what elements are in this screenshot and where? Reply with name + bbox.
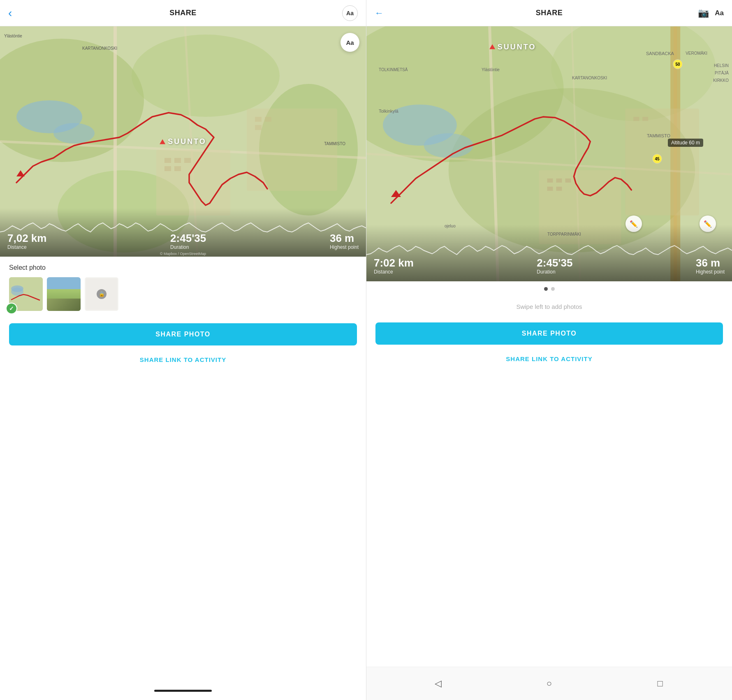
left-top-bar: ‹ SHARE Aa	[0, 0, 366, 26]
right-page-dots	[366, 281, 732, 297]
map-label-tammisto: TAMMISTO	[324, 141, 345, 146]
right-label-veromaki: VEROMÄKI	[686, 51, 707, 56]
left-share-buttons: SHARE PHOTO SHARE LINK TO ACTIVITY	[0, 314, 366, 371]
right-nav-home-button[interactable]: ○	[540, 675, 558, 693]
svg-rect-15	[184, 158, 191, 163]
left-thumb-check-icon	[6, 303, 17, 314]
right-altitude-label: Altitude 60 m	[668, 139, 703, 147]
left-back-button[interactable]: ‹	[8, 7, 12, 19]
svg-rect-41	[556, 187, 562, 191]
svg-rect-39	[565, 178, 571, 183]
right-label-tolkinmetsa: TOLKINMETSÄ	[379, 67, 408, 72]
left-thumb-nature-bg	[47, 277, 81, 311]
svg-rect-14	[174, 158, 181, 163]
right-highway-badge-50: 50	[673, 59, 683, 69]
left-photo-section: Select photo	[0, 257, 366, 314]
right-highest-label: Highest point	[696, 269, 725, 275]
left-waveform	[0, 220, 366, 240]
right-label-kirkko: KIRKKO	[713, 78, 729, 83]
right-back-button[interactable]: ←	[375, 9, 384, 18]
right-label-pitaja: PITÄJÄ	[715, 71, 729, 75]
right-label-ylastontie: Ylästöntie	[482, 67, 500, 72]
svg-rect-42	[633, 117, 639, 121]
right-title: SHARE	[536, 9, 563, 17]
svg-point-3	[132, 35, 280, 117]
map-label-kartanonkoski: KARTANONKOSKI	[82, 46, 117, 51]
right-duration-label: Duration	[537, 269, 572, 275]
right-dot-1	[544, 287, 548, 291]
left-share-link-button[interactable]: SHARE LINK TO ACTIVITY	[9, 353, 357, 366]
right-distance-label: Distance	[374, 269, 414, 275]
left-header-right: Aa	[342, 5, 358, 21]
left-aa-button[interactable]: Aa	[342, 5, 358, 21]
right-label-sandbacka: SANDBACKA	[646, 51, 674, 56]
right-aa-button[interactable]: Aa	[715, 9, 724, 17]
svg-point-10	[53, 123, 95, 144]
left-distance-label: Distance	[7, 244, 46, 250]
right-map-container: SUUNTO SANDBACKA VEROMÄKI TOLKINMETSÄ To…	[366, 26, 732, 281]
right-panel: ← SHARE 📷 Aa	[366, 0, 732, 700]
right-top-bar: ← SHARE 📷 Aa	[366, 0, 732, 26]
left-photo-section-title: Select photo	[9, 264, 357, 271]
svg-rect-36	[625, 109, 699, 216]
left-thumb-blurred[interactable]: 🔒	[85, 277, 118, 311]
right-bottom-nav: ◁ ○ □	[366, 667, 732, 700]
right-dot-2	[551, 287, 555, 291]
left-copyright: © Mapbox / OpenStreetMap	[160, 252, 206, 256]
right-label-tammisto: TAMMISTO	[647, 133, 670, 138]
left-panel: ‹ SHARE Aa	[0, 0, 366, 700]
left-photo-thumbnails: 🔒	[9, 277, 357, 311]
svg-rect-17	[174, 166, 181, 171]
right-label-tolkinkyla: Tolkinkylä	[379, 109, 398, 114]
left-thumb-land	[47, 299, 81, 311]
left-thumb-nature[interactable]	[47, 277, 81, 311]
left-duration-label: Duration	[170, 244, 206, 250]
right-label-helsinki: HELSIN	[714, 63, 729, 68]
svg-rect-43	[642, 117, 648, 121]
left-thumb-disabled-overlay: 🔒	[85, 277, 118, 311]
right-swipe-hint: Swipe left to add photos	[366, 297, 732, 313]
right-waveform	[366, 241, 732, 264]
svg-rect-16	[164, 166, 171, 171]
svg-rect-13	[164, 158, 171, 163]
right-nav-recent-button[interactable]: □	[651, 675, 669, 693]
svg-rect-38	[556, 178, 562, 183]
svg-rect-20	[255, 125, 262, 130]
left-map-container: SUUNTO Ylästöntie KARTANONKOSKI TAMMISTO…	[0, 26, 366, 257]
left-title: SHARE	[169, 9, 197, 17]
right-share-photo-button[interactable]: SHARE PHOTO	[375, 322, 723, 345]
left-lock-icon: 🔒	[97, 289, 107, 299]
left-thumb-nature-inner	[47, 277, 81, 311]
right-header-icons: 📷 Aa	[698, 8, 724, 19]
left-thumb-map[interactable]	[9, 277, 43, 311]
svg-rect-18	[255, 117, 262, 122]
right-share-buttons: SHARE PHOTO SHARE LINK TO ACTIVITY	[366, 313, 732, 371]
left-thumb-lake	[11, 285, 23, 292]
left-share-photo-button[interactable]: SHARE PHOTO	[9, 323, 357, 345]
svg-point-34	[424, 133, 473, 158]
map-label-ylastontie: Ylästöntie	[4, 34, 22, 38]
svg-rect-40	[547, 187, 553, 191]
left-highest-label: Highest point	[330, 244, 359, 250]
right-highway-badge-45: 45	[652, 154, 662, 164]
svg-rect-37	[547, 178, 553, 183]
right-camera-icon[interactable]: 📷	[698, 8, 709, 19]
svg-rect-19	[265, 117, 271, 122]
right-stats-overlay: 7:02 km Distance 2:45'35 Duration 36 m H…	[366, 225, 732, 281]
right-label-kartanonkoski: KARTANONKOSKI	[572, 76, 607, 80]
right-share-link-button[interactable]: SHARE LINK TO ACTIVITY	[375, 352, 723, 366]
right-nav-back-button[interactable]: ◁	[429, 675, 447, 693]
left-stats-overlay: 7,02 km Distance 2:45'35 Duration 36 m H…	[0, 208, 366, 257]
left-home-indicator	[0, 684, 366, 700]
left-home-bar	[154, 690, 212, 692]
left-map-aa-button[interactable]: Aa	[341, 33, 359, 52]
